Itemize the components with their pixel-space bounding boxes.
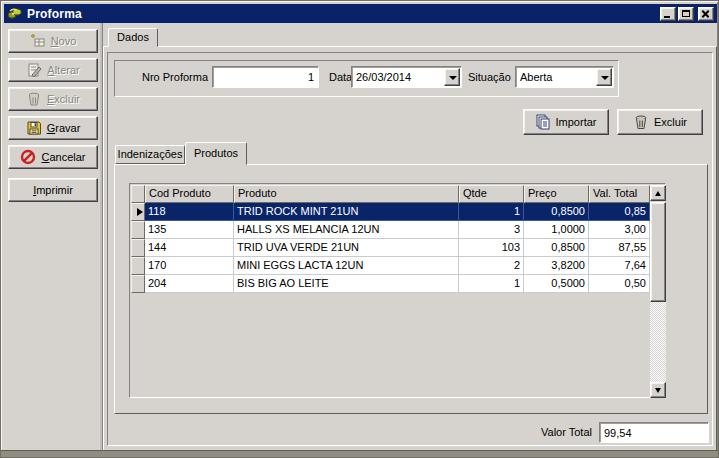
gravar-button[interactable]: Gravar — [8, 116, 98, 140]
grid-cell[interactable]: 0,85 — [589, 203, 650, 221]
situacao-label: Situação — [468, 71, 511, 83]
grid-cell[interactable]: 0,50 — [589, 275, 650, 293]
data-value: 26/03/2014 — [356, 71, 411, 83]
grid-cell[interactable]: TRID UVA VERDE 21UN — [234, 239, 459, 257]
grid-cell[interactable]: BIS BIG AO LEITE — [234, 275, 459, 293]
grid-cell[interactable]: 3,8200 — [524, 257, 589, 275]
grid-cell[interactable]: TRID ROCK MINT 21UN — [234, 203, 459, 221]
grid-cell[interactable]: 3 — [459, 221, 524, 239]
col-header-qtde[interactable]: Qtde — [459, 185, 524, 203]
table-row[interactable]: 204 BIS BIG AO LEITE 1 0,5000 0,50 — [131, 275, 666, 293]
row-indicator-cell — [131, 203, 145, 221]
titlebar[interactable]: Proforma — [4, 4, 717, 23]
novo-button[interactable]: Novo — [8, 29, 98, 53]
scroll-down-button[interactable] — [650, 382, 666, 398]
grid-cell[interactable]: 2 — [459, 257, 524, 275]
import-documents-icon — [536, 114, 551, 130]
grid-cell[interactable]: 0,5000 — [524, 275, 589, 293]
arrow-down-icon — [655, 388, 661, 393]
chevron-down-icon — [449, 76, 457, 80]
scrollbar-thumb[interactable] — [650, 202, 666, 302]
grid-cell[interactable]: 0,8500 — [524, 239, 589, 257]
grid-cell[interactable]: 170 — [145, 257, 234, 275]
table-row[interactable]: 170 MINI EGGS LACTA 12UN 2 3,8200 7,64 — [131, 257, 666, 275]
col-header-cod-produto[interactable]: Cod Produto — [145, 185, 234, 203]
arrow-up-icon — [655, 191, 661, 196]
col-header-produto[interactable]: Produto — [234, 185, 459, 203]
grid-cell[interactable]: 1 — [459, 203, 524, 221]
alterar-button[interactable]: Alterar — [8, 58, 98, 82]
data-label: Data — [329, 71, 352, 83]
app-window: Proforma Novo Alterar — [0, 0, 719, 458]
grid-cell[interactable]: 1 — [459, 275, 524, 293]
maximize-button[interactable] — [678, 7, 694, 21]
trash-icon — [633, 114, 649, 130]
grid-cell[interactable]: 204 — [145, 275, 234, 293]
excluir-label: Excluir — [47, 93, 80, 105]
grid-cell[interactable]: 103 — [459, 239, 524, 257]
valor-total-label: Valor Total — [438, 426, 592, 438]
table-row[interactable]: 135 HALLS XS MELANCIA 12UN 3 1,0000 3,00 — [131, 221, 666, 239]
close-button[interactable] — [698, 7, 714, 21]
trash-icon — [26, 91, 42, 107]
grid-cell[interactable]: 87,55 — [589, 239, 650, 257]
situacao-value: Aberta — [520, 71, 552, 83]
row-indicator-cell — [131, 275, 145, 293]
cancelar-button[interactable]: Cancelar — [8, 145, 98, 169]
scrollbar-track[interactable] — [650, 302, 666, 382]
col-header-val-total[interactable]: Val. Total — [589, 185, 650, 203]
data-combobox[interactable]: 26/03/2014 — [351, 66, 462, 88]
produtos-grid: Cod Produto Produto Qtde Preço Val. Tota… — [129, 183, 666, 398]
items-pagecontrol: Indenizações Produtos Cod Produto Produt… — [114, 142, 708, 414]
novo-label: Novo — [51, 35, 77, 47]
grid-cell[interactable]: 118 — [145, 203, 234, 221]
excluir-item-label: Excluir — [654, 116, 687, 128]
valor-total-input[interactable] — [599, 422, 709, 443]
nro-proforma-label: Nro Proforma — [142, 71, 208, 83]
grid-cell[interactable]: 144 — [145, 239, 234, 257]
excluir-item-button[interactable]: Excluir — [617, 109, 703, 135]
alterar-label: Alterar — [47, 64, 79, 76]
edit-icon — [26, 62, 42, 78]
grid-cell[interactable]: 1,0000 — [524, 221, 589, 239]
data-dropdown-button[interactable] — [444, 68, 460, 86]
grid-cell[interactable]: HALLS XS MELANCIA 12UN — [234, 221, 459, 239]
grid-cell[interactable]: 0,8500 — [524, 203, 589, 221]
window-title: Proforma — [27, 7, 658, 21]
grid-header-row: Cod Produto Produto Qtde Preço Val. Tota… — [131, 185, 666, 203]
window-bottom-frame — [1, 450, 719, 457]
row-indicator-cell — [131, 221, 145, 239]
importar-button[interactable]: Importar — [523, 109, 609, 135]
col-header-preco[interactable]: Preço — [524, 185, 589, 203]
grid-corner-cell — [131, 185, 145, 203]
grid-cell[interactable]: 3,00 — [589, 221, 650, 239]
content-panel: Nro Proforma Data 26/03/2014 Situação Ab… — [107, 52, 713, 446]
tab-indenizacoes[interactable]: Indenizações — [115, 145, 185, 164]
header-fields-box: Nro Proforma Data 26/03/2014 Situação Ab… — [114, 60, 619, 97]
sidebar: Novo Alterar Excluir — [4, 23, 103, 453]
imprimir-label: Imprimir — [33, 184, 73, 196]
grid-vertical-scrollbar[interactable] — [650, 185, 666, 398]
row-indicator-cell — [131, 257, 145, 275]
grid-cell[interactable]: 7,64 — [589, 257, 650, 275]
grid-cell[interactable]: MINI EGGS LACTA 12UN — [234, 257, 459, 275]
tab-produtos[interactable]: Produtos — [185, 142, 247, 165]
new-record-icon — [30, 33, 46, 49]
minimize-icon — [664, 16, 670, 18]
situacao-combobox[interactable]: Aberta — [515, 66, 614, 88]
chevron-down-icon — [601, 76, 609, 80]
tab-dados[interactable]: Dados — [108, 28, 158, 47]
table-row[interactable]: 118 TRID ROCK MINT 21UN 1 0,8500 0,85 — [131, 203, 666, 221]
row-indicator-cell — [131, 239, 145, 257]
excluir-button[interactable]: Excluir — [8, 87, 98, 111]
grid-cell[interactable]: 135 — [145, 221, 234, 239]
gravar-label: Gravar — [47, 122, 81, 134]
nro-proforma-input[interactable] — [212, 66, 319, 88]
imprimir-button[interactable]: Imprimir — [8, 178, 98, 202]
situacao-dropdown-button[interactable] — [596, 68, 612, 86]
maximize-icon — [682, 10, 690, 17]
current-row-indicator-icon — [137, 208, 143, 216]
scroll-up-button[interactable] — [650, 185, 666, 201]
table-row[interactable]: 144 TRID UVA VERDE 21UN 103 0,8500 87,55 — [131, 239, 666, 257]
minimize-button[interactable] — [660, 7, 676, 21]
